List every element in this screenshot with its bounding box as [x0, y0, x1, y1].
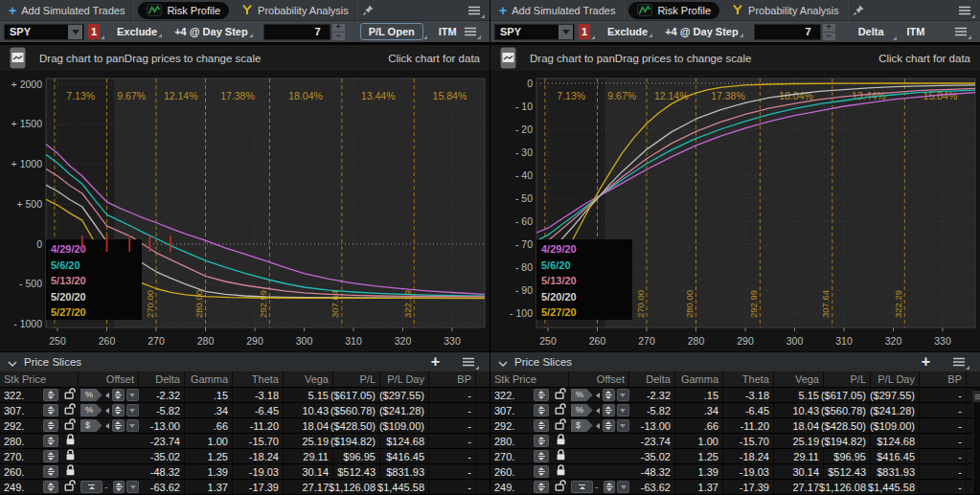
row-stepper-button[interactable]: [43, 404, 58, 416]
lock-icon[interactable]: [556, 449, 566, 463]
offset-stepper[interactable]: [603, 404, 615, 416]
collapse-chevron-icon[interactable]: [498, 353, 508, 371]
offset-stepper[interactable]: [604, 481, 616, 493]
offset-stepper[interactable]: [603, 419, 615, 432]
lock-icon[interactable]: [65, 464, 76, 479]
decrement-icon[interactable]: −: [332, 33, 345, 40]
stk-price-cell[interactable]: 322.: [0, 388, 40, 402]
offset-mini-arrow-icon[interactable]: [105, 408, 109, 414]
day-step-dropdown[interactable]: +4 @ Day Step: [174, 26, 247, 37]
row-stepper-button[interactable]: [534, 389, 549, 401]
metric-select-button[interactable]: P/L Open: [360, 23, 423, 40]
table-row[interactable]: 307.%-5.82.34-6.4510.43($560.78)($241.28…: [0, 403, 490, 418]
lock-icon[interactable]: [64, 418, 77, 433]
stk-price-cell[interactable]: 260.: [490, 464, 531, 479]
offset-dropdown[interactable]: [617, 389, 629, 401]
metric-select-button[interactable]: Delta: [851, 23, 892, 40]
exclude-dropdown[interactable]: Exclude: [607, 26, 648, 37]
table-row[interactable]: 307.%-5.82.34-6.4510.43($560.78)($241.28…: [490, 403, 980, 418]
offset-dropdown[interactable]: [617, 419, 629, 432]
lock-icon[interactable]: [556, 464, 566, 479]
table-row[interactable]: 260.-48.321.39-19.0330.14$512.43$831.93-: [490, 464, 980, 480]
offset-mini-arrow-icon[interactable]: [596, 423, 600, 429]
table-row[interactable]: 249.--63.621.37-17.3927.17$1,126.08$1,44…: [490, 480, 980, 495]
row-stepper-button[interactable]: [43, 450, 58, 462]
offset-mini-arrow-icon[interactable]: [596, 408, 600, 414]
lock-icon[interactable]: [65, 449, 76, 463]
stk-price-cell[interactable]: 307.: [490, 403, 531, 417]
row-stepper-button[interactable]: [43, 465, 58, 478]
offset-dollar-badge[interactable]: $: [80, 419, 103, 432]
day-step-value-input[interactable]: 7: [263, 24, 330, 40]
chart-style-icon[interactable]: [10, 47, 26, 69]
row-stepper-button[interactable]: [43, 389, 58, 401]
day-step-stepper[interactable]: +−: [823, 24, 835, 40]
trade-count-badge[interactable]: 1: [579, 24, 590, 39]
stk-price-cell[interactable]: 292.: [490, 418, 531, 433]
pin-icon[interactable]: [852, 4, 865, 17]
chevron-down-icon[interactable]: [558, 25, 573, 39]
offset-dropdown[interactable]: [126, 389, 139, 401]
itm-label[interactable]: ITM: [439, 26, 457, 37]
lock-icon[interactable]: [64, 388, 77, 402]
toolbar-menu-icon[interactable]: [463, 26, 478, 37]
table-row[interactable]: 292.$-13.00.66-11.2018.04($428.50)($109.…: [0, 418, 490, 434]
offset-dropdown[interactable]: [617, 481, 629, 493]
tab-risk-profile[interactable]: Risk Profile: [628, 2, 719, 19]
trade-count-badge[interactable]: 1: [88, 24, 100, 39]
add-slice-button[interactable]: +: [922, 354, 930, 370]
row-stepper-button[interactable]: [43, 419, 58, 432]
symbol-select[interactable]: SPY: [494, 24, 575, 40]
lock-icon[interactable]: [555, 388, 567, 402]
toolbar-menu-icon[interactable]: [953, 26, 969, 37]
table-row[interactable]: 270.-35.021.25-18.2429.11$96.95$416.45-: [490, 449, 980, 464]
panel-menu-icon[interactable]: [957, 5, 972, 16]
row-stepper-button[interactable]: [534, 404, 549, 416]
lock-icon[interactable]: [65, 434, 76, 448]
stk-price-cell[interactable]: 270.: [0, 449, 40, 463]
offset-dropdown[interactable]: [617, 404, 629, 416]
chevron-down-icon[interactable]: [68, 25, 82, 39]
slices-menu-icon[interactable]: [461, 356, 476, 368]
stk-price-cell[interactable]: 280.: [490, 434, 531, 448]
lock-icon[interactable]: [64, 480, 77, 494]
lock-icon[interactable]: [555, 418, 567, 433]
stk-price-cell[interactable]: 270.: [490, 449, 531, 463]
offset-stepper[interactable]: [603, 389, 615, 401]
stk-price-cell[interactable]: 292.: [0, 418, 40, 433]
row-stepper-button[interactable]: [534, 481, 549, 493]
panel-menu-icon[interactable]: [467, 5, 482, 16]
exclude-dropdown[interactable]: Exclude: [117, 26, 157, 37]
row-stepper-button[interactable]: [534, 465, 549, 478]
offset-stepper[interactable]: [113, 481, 125, 493]
offset-dropdown[interactable]: [126, 481, 139, 493]
row-stepper-button[interactable]: [43, 481, 58, 493]
day-step-value-input[interactable]: 7: [754, 24, 821, 40]
table-row[interactable]: 249.--63.621.37-17.3927.17$1,126.08$1,44…: [0, 480, 490, 495]
offset-stepper[interactable]: [112, 419, 125, 432]
offset-dropdown[interactable]: [126, 404, 139, 416]
day-step-dropdown[interactable]: +4 @ Day Step: [665, 26, 738, 37]
collapse-chevron-icon[interactable]: [8, 353, 17, 371]
table-row[interactable]: 322.%-2.32.15-3.185.15($617.05)($297.55)…: [490, 388, 980, 403]
chart-style-icon[interactable]: [500, 47, 516, 69]
table-row[interactable]: 260.-48.321.39-19.0330.14$512.43$831.93-: [0, 464, 490, 480]
move-to-top-button[interactable]: [571, 481, 593, 493]
tab-probability-analysis[interactable]: Probability Analysis: [233, 0, 358, 21]
stk-price-cell[interactable]: 280.: [0, 434, 40, 448]
delta-risk-chart[interactable]: 2502602702802903003103203300- 10- 20- 30…: [490, 71, 980, 351]
scrollbar-grab-icon[interactable]: [973, 391, 980, 402]
lock-icon[interactable]: [555, 480, 567, 494]
table-row[interactable]: 322.%-2.32.15-3.185.15($617.05)($297.55)…: [0, 388, 490, 403]
tab-add-simulated-trades[interactable]: + Add Simulated Trades: [0, 0, 134, 21]
offset-stepper[interactable]: [112, 404, 125, 416]
tab-probability-analysis[interactable]: Probability Analysis: [723, 0, 849, 21]
lock-icon[interactable]: [64, 403, 77, 417]
tab-add-simulated-trades[interactable]: + Add Simulated Trades: [490, 0, 625, 21]
decrement-icon[interactable]: −: [823, 33, 835, 40]
day-step-stepper[interactable]: +−: [332, 24, 345, 40]
table-row[interactable]: 270.-35.021.25-18.2429.11$96.95$416.45-: [0, 449, 490, 464]
table-row[interactable]: 280.-23.741.00-15.7025.19($194.82)$124.6…: [0, 434, 490, 449]
table-scrollbar[interactable]: [972, 389, 980, 494]
symbol-select[interactable]: SPY: [4, 24, 84, 40]
